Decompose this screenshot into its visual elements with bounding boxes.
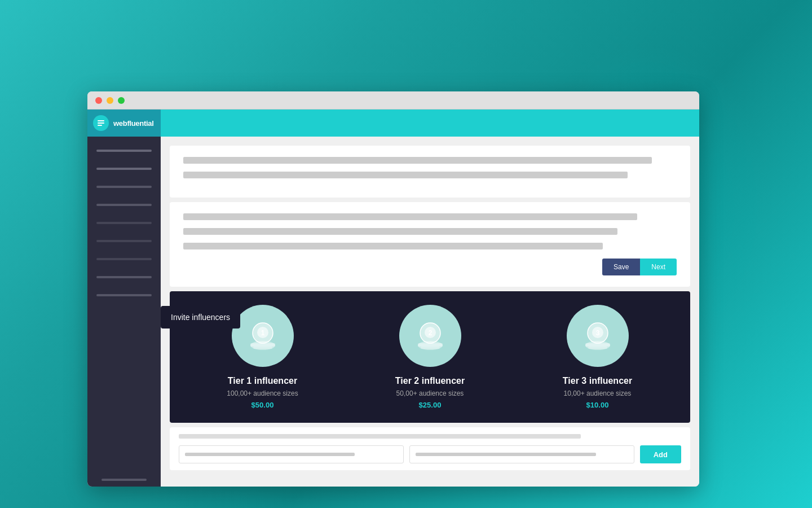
svg-rect-2 xyxy=(98,125,102,126)
sidebar-bottom xyxy=(87,473,161,487)
form-row-2-1 xyxy=(183,213,637,220)
tier-badge-1: 1 xyxy=(232,305,294,367)
sidebar: webfluential xyxy=(87,110,161,487)
form-card-2: Save Next xyxy=(170,202,690,287)
search-input-2[interactable] xyxy=(409,445,634,463)
tier-card-3: 3 Tier 3 influencer 10,00+ audience size… xyxy=(541,305,654,409)
tier-2-audience: 50,00+ audience sizes xyxy=(396,389,464,397)
tier-3-audience: 10,00+ audience sizes xyxy=(564,389,632,397)
sidebar-nav xyxy=(87,137,161,473)
top-bar xyxy=(161,110,699,137)
svg-rect-19 xyxy=(585,343,610,347)
logo-icon xyxy=(93,115,109,131)
search-input-1[interactable] xyxy=(179,445,404,463)
search-inputs-row: Add xyxy=(179,445,681,463)
form-card-1 xyxy=(170,146,690,198)
tier-1-title: Tier 1 influencer xyxy=(228,376,297,386)
tier-2-title: Tier 2 influencer xyxy=(395,376,465,386)
tier-2-price: $25.00 xyxy=(419,401,442,409)
maximize-btn[interactable] xyxy=(118,97,125,104)
add-button[interactable]: Add xyxy=(640,445,681,463)
logo-text: webfluential xyxy=(113,119,154,128)
sidebar-item-2[interactable] xyxy=(92,160,156,177)
invite-influencers-tooltip: Invite influencers xyxy=(161,306,240,329)
sidebar-item-3[interactable] xyxy=(92,178,156,195)
svg-rect-8 xyxy=(253,347,272,349)
sidebar-item-7[interactable] xyxy=(92,251,156,268)
search-placeholder-2 xyxy=(416,453,596,456)
tier-3-title: Tier 3 influencer xyxy=(563,376,632,386)
main-content: Save Next 1 xyxy=(161,110,699,487)
browser-window: webfluential Invite influencers xyxy=(87,91,699,487)
search-section: Add xyxy=(170,427,690,470)
sidebar-item-8[interactable] xyxy=(92,269,156,286)
minimize-btn[interactable] xyxy=(107,97,113,104)
svg-text:1: 1 xyxy=(261,329,264,337)
next-button[interactable]: Next xyxy=(640,259,677,275)
tier-3-price: $10.00 xyxy=(586,401,609,409)
svg-rect-0 xyxy=(98,120,104,121)
sidebar-logo: webfluential xyxy=(87,110,161,137)
buttons-row: Save Next xyxy=(183,259,677,275)
form-row-1-1 xyxy=(183,157,652,164)
form-row-1-2 xyxy=(183,172,628,178)
form-row-2-2 xyxy=(183,228,617,235)
sidebar-item-1[interactable] xyxy=(92,142,156,159)
search-placeholder-1 xyxy=(185,453,355,456)
svg-rect-7 xyxy=(250,343,275,347)
tier-badge-2: 2 xyxy=(399,305,461,367)
tier-card-2: 2 Tier 2 influencer 50,00+ audience size… xyxy=(374,305,487,409)
tier-1-price: $50.00 xyxy=(251,401,274,409)
sidebar-item-6[interactable] xyxy=(92,233,156,249)
sidebar-bottom-bar xyxy=(102,479,147,481)
browser-content: webfluential Invite influencers xyxy=(87,110,699,487)
sidebar-item-4[interactable] xyxy=(92,196,156,213)
close-btn[interactable] xyxy=(95,97,102,104)
tier-badge-3: 3 xyxy=(567,305,629,367)
tier-1-audience: 100,00+ audience sizes xyxy=(227,389,298,397)
form-row-2-3 xyxy=(183,243,603,249)
search-bar-placeholder xyxy=(179,434,581,439)
tier-section: 1 Tier 1 influencer 100,00+ audience siz… xyxy=(170,291,690,423)
svg-rect-13 xyxy=(418,343,443,347)
svg-text:3: 3 xyxy=(595,329,599,337)
svg-rect-20 xyxy=(588,347,607,349)
content-area: Save Next 1 xyxy=(161,137,699,487)
sidebar-item-9[interactable] xyxy=(92,287,156,304)
sidebar-item-5[interactable] xyxy=(92,214,156,231)
svg-rect-14 xyxy=(421,347,440,349)
browser-chrome xyxy=(87,91,699,110)
svg-rect-1 xyxy=(98,122,104,124)
save-button[interactable]: Save xyxy=(602,259,640,275)
svg-text:2: 2 xyxy=(428,329,432,337)
